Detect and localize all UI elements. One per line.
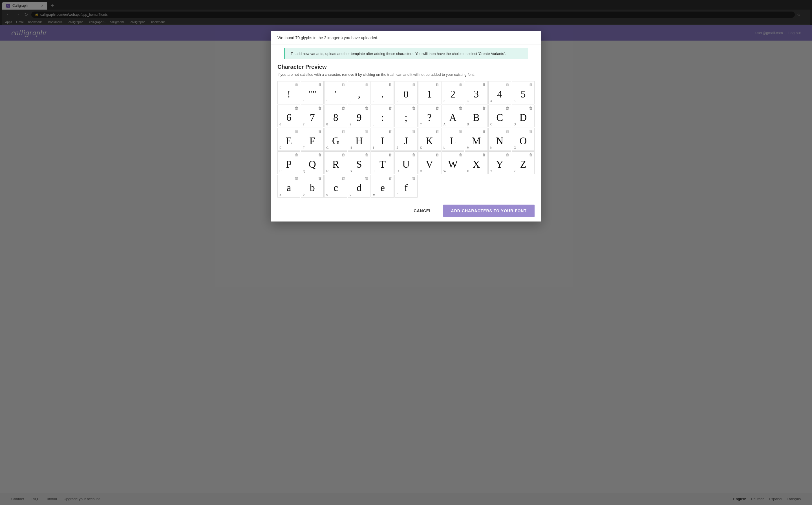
char-display-D: D	[519, 113, 527, 123]
delete-char-P[interactable]: 🗑	[295, 153, 298, 157]
delete-char-U[interactable]: 🗑	[412, 153, 416, 157]
delete-char-E[interactable]: 🗑	[295, 129, 298, 134]
delete-char-0[interactable]: 🗑	[412, 82, 416, 87]
delete-char-5[interactable]: 🗑	[529, 82, 533, 87]
delete-char-B[interactable]: 🗑	[482, 106, 486, 110]
cancel-button[interactable]: CANCEL	[406, 205, 439, 217]
delete-char-9[interactable]: 🗑	[365, 106, 369, 110]
delete-char-W[interactable]: 🗑	[459, 153, 462, 157]
char-label-": "	[303, 99, 304, 103]
char-cell-.: 🗑..	[371, 81, 394, 104]
delete-char-O[interactable]: 🗑	[529, 129, 533, 134]
delete-char-2[interactable]: 🗑	[459, 82, 462, 87]
character-grid: 🗑!!🗑"""🗑''🗑,,🗑..🗑00🗑11🗑22🗑33🗑44🗑55🗑66🗑77…	[277, 81, 535, 197]
delete-char-.[interactable]: 🗑	[388, 82, 392, 87]
delete-char-V[interactable]: 🗑	[435, 153, 439, 157]
delete-char-R[interactable]: 🗑	[342, 153, 345, 157]
delete-char-'[interactable]: 🗑	[342, 82, 345, 87]
delete-char-A[interactable]: 🗑	[459, 106, 462, 110]
char-display-F: F	[309, 136, 315, 146]
char-display-c: c	[333, 183, 338, 193]
delete-char-N[interactable]: 🗑	[506, 129, 509, 134]
add-characters-button[interactable]: ADD CHARACTERS TO YOUR FONT	[443, 205, 535, 217]
char-display-T: T	[380, 159, 386, 169]
char-label-a: a	[279, 193, 281, 196]
delete-char-I[interactable]: 🗑	[388, 129, 392, 134]
char-display-O: O	[519, 136, 527, 146]
char-cell-F: 🗑FF	[301, 128, 324, 151]
char-display-4: 4	[497, 89, 502, 99]
delete-char-X[interactable]: 🗑	[482, 153, 486, 157]
char-cell-I: 🗑II	[371, 128, 394, 151]
delete-char-6[interactable]: 🗑	[295, 106, 298, 110]
char-label-P: P	[279, 169, 281, 173]
delete-char-8[interactable]: 🗑	[342, 106, 345, 110]
char-display-B: B	[473, 113, 480, 123]
delete-char-b[interactable]: 🗑	[318, 176, 322, 180]
delete-char-J[interactable]: 🗑	[412, 129, 416, 134]
char-cell-W: 🗑WW	[441, 151, 464, 174]
char-label-': '	[326, 99, 327, 103]
char-label-c: c	[326, 193, 328, 196]
char-label-T: T	[373, 169, 375, 173]
delete-char-1[interactable]: 🗑	[435, 82, 439, 87]
char-label-Y: Y	[490, 169, 492, 173]
char-cell-K: 🗑KK	[418, 128, 441, 151]
char-label-0: 0	[396, 99, 398, 103]
delete-char-L[interactable]: 🗑	[459, 129, 462, 134]
delete-char-"[interactable]: 🗑	[318, 82, 322, 87]
delete-char-c[interactable]: 🗑	[342, 176, 345, 180]
delete-char-4[interactable]: 🗑	[506, 82, 509, 87]
delete-char-T[interactable]: 🗑	[388, 153, 392, 157]
char-label-:: :	[373, 123, 374, 126]
char-label-;: ;	[396, 123, 397, 126]
delete-char-![interactable]: 🗑	[295, 82, 298, 87]
char-cell-0: 🗑00	[394, 81, 417, 104]
char-display-S: S	[356, 159, 362, 169]
delete-char-d[interactable]: 🗑	[365, 176, 369, 180]
delete-char-Y[interactable]: 🗑	[506, 153, 509, 157]
char-cell-H: 🗑HH	[348, 128, 371, 151]
delete-char-H[interactable]: 🗑	[365, 129, 369, 134]
char-label-B: B	[467, 123, 469, 126]
delete-char-Q[interactable]: 🗑	[318, 153, 322, 157]
delete-char-f[interactable]: 🗑	[412, 176, 416, 180]
delete-char-e[interactable]: 🗑	[388, 176, 392, 180]
delete-char-7[interactable]: 🗑	[318, 106, 322, 110]
char-display-M: M	[472, 136, 481, 146]
info-banner: To add new variants, upload another temp…	[284, 48, 528, 59]
char-cell-4: 🗑44	[488, 81, 511, 104]
char-cell-D: 🗑DD	[512, 105, 535, 127]
char-label-N: N	[490, 146, 493, 149]
char-cell-a: 🗑aa	[277, 175, 300, 197]
delete-char-G[interactable]: 🗑	[342, 129, 345, 134]
delete-char-M[interactable]: 🗑	[482, 129, 486, 134]
char-display-L: L	[450, 136, 456, 146]
char-display-": ""	[308, 89, 316, 99]
char-label-7: 7	[303, 123, 304, 126]
delete-char-?[interactable]: 🗑	[435, 106, 439, 110]
delete-char-K[interactable]: 🗑	[435, 129, 439, 134]
char-label-H: H	[350, 146, 352, 149]
char-cell-C: 🗑CC	[488, 105, 511, 127]
char-label-K: K	[420, 146, 422, 149]
char-label-S: S	[350, 169, 352, 173]
delete-char-3[interactable]: 🗑	[482, 82, 486, 87]
delete-char-,[interactable]: 🗑	[365, 82, 369, 87]
char-cell-U: 🗑UU	[394, 151, 417, 174]
delete-char-F[interactable]: 🗑	[318, 129, 322, 134]
char-cell-B: 🗑BB	[465, 105, 488, 127]
char-cell-7: 🗑77	[301, 105, 324, 127]
char-cell-,: 🗑,,	[348, 81, 371, 104]
char-label-?: ?	[420, 123, 422, 126]
delete-char-S[interactable]: 🗑	[365, 153, 369, 157]
delete-char-a[interactable]: 🗑	[295, 176, 298, 180]
delete-char-:[interactable]: 🗑	[388, 106, 392, 110]
char-display-9: 9	[357, 113, 362, 123]
delete-char-D[interactable]: 🗑	[529, 106, 533, 110]
delete-char-C[interactable]: 🗑	[506, 106, 509, 110]
char-cell-2: 🗑22	[441, 81, 464, 104]
delete-char-Z[interactable]: 🗑	[529, 153, 533, 157]
delete-char-;[interactable]: 🗑	[412, 106, 416, 110]
char-display-a: a	[287, 183, 291, 193]
